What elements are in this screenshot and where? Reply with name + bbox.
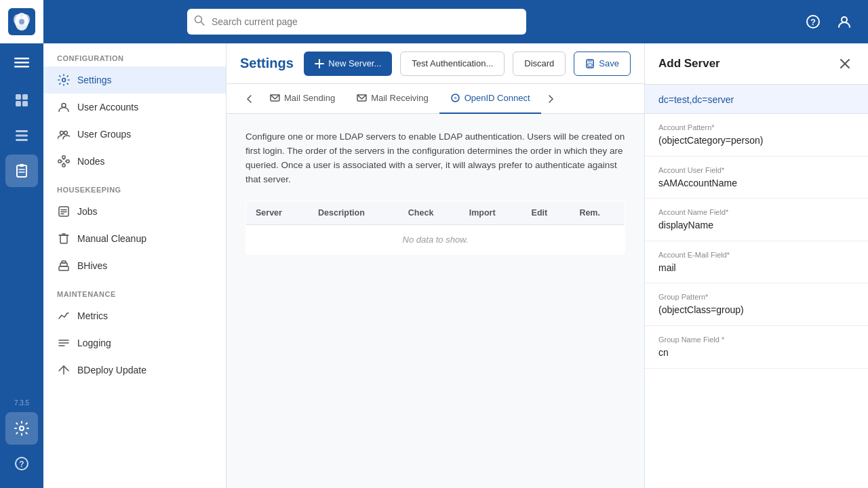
svg-rect-9 bbox=[22, 94, 28, 100]
field-account-name-value: displayName bbox=[658, 219, 854, 232]
page-title: Settings bbox=[240, 56, 296, 71]
sidebar-section-configuration: Configuration bbox=[43, 43, 226, 66]
sidebar-item-jobs[interactable]: Jobs bbox=[43, 198, 226, 225]
save-button[interactable]: Save bbox=[574, 52, 631, 76]
field-account-pattern-value: (objectCategory=person) bbox=[658, 134, 854, 148]
col-edit: Edit bbox=[522, 201, 570, 224]
sidebar-item-manual-cleanup[interactable]: Manual Cleanup bbox=[43, 225, 226, 252]
field-account-email-label: Account E-Mail Field* bbox=[658, 251, 854, 259]
sidebar-item-logging-label: Logging bbox=[77, 338, 111, 348]
search-input[interactable] bbox=[187, 9, 526, 35]
field-account-name-label: Account Name Field* bbox=[658, 208, 854, 216]
sidebar-item-metrics[interactable]: Metrics bbox=[43, 302, 226, 329]
cleanup-icon bbox=[57, 232, 71, 245]
tab-nav-prev[interactable] bbox=[240, 89, 259, 108]
sidebar: Configuration Settings User Accounts Use… bbox=[43, 43, 226, 488]
svg-rect-33 bbox=[66, 160, 69, 163]
svg-rect-32 bbox=[62, 156, 65, 159]
field-group-name-value: cn bbox=[658, 346, 854, 360]
discard-label: Discard bbox=[524, 58, 554, 68]
test-auth-label: Test Authentication... bbox=[412, 58, 493, 68]
svg-rect-56 bbox=[588, 64, 592, 66]
sidebar-section-maintenance: Maintenance bbox=[43, 279, 226, 302]
tab-mail-sending-label: Mail Sending bbox=[284, 93, 335, 103]
user-accounts-icon bbox=[57, 100, 71, 114]
search-icon bbox=[194, 15, 205, 28]
sidebar-item-nodes[interactable]: Nodes bbox=[43, 148, 226, 175]
field-group-pattern-value: (objectClass=group) bbox=[658, 304, 854, 317]
help-button[interactable]: ? bbox=[800, 9, 826, 35]
col-import: Import bbox=[460, 201, 522, 224]
test-auth-button[interactable]: Test Authentication... bbox=[400, 52, 505, 76]
nav-item-clipboard[interactable] bbox=[5, 155, 38, 187]
tab-mail-receiving[interactable]: Mail Receiving bbox=[346, 84, 439, 114]
sidebar-item-user-accounts-label: User Accounts bbox=[77, 102, 138, 113]
settings-header: Settings New Server... Test Authenticati… bbox=[226, 43, 644, 84]
field-account-user-value: sAMAccountName bbox=[658, 177, 854, 190]
field-account-email-field: Account E-Mail Field* mail bbox=[645, 241, 868, 284]
update-icon bbox=[57, 363, 71, 377]
panel-description: Configure one or more LDAP servers to en… bbox=[245, 130, 625, 187]
icon-bar-bottom: 7.3.5 ? bbox=[5, 399, 38, 488]
no-data-text: No data to show. bbox=[246, 224, 625, 254]
field-server-url: dc=test,dc=server bbox=[645, 85, 868, 114]
topbar: ? bbox=[43, 0, 868, 43]
sidebar-item-user-accounts[interactable]: User Accounts bbox=[43, 94, 226, 121]
sidebar-item-bdeploy-update-label: BDeploy Update bbox=[77, 365, 146, 375]
version-label: 7.3.5 bbox=[14, 399, 29, 407]
icon-bar: 7.3.5 ? bbox=[0, 0, 43, 488]
field-group-pattern: Group Pattern* (objectClass=group) bbox=[645, 283, 868, 326]
col-description: Description bbox=[309, 201, 399, 224]
main-panel: Settings New Server... Test Authenticati… bbox=[226, 43, 644, 488]
logging-icon bbox=[57, 336, 71, 350]
sidebar-item-settings[interactable]: Settings bbox=[43, 66, 226, 94]
discard-button[interactable]: Discard bbox=[513, 52, 566, 76]
svg-point-29 bbox=[60, 131, 64, 135]
sidebar-item-manual-cleanup-label: Manual Cleanup bbox=[77, 233, 146, 244]
user-button[interactable] bbox=[831, 9, 857, 35]
tab-nav-next[interactable] bbox=[541, 89, 560, 108]
field-account-email-value: mail bbox=[658, 262, 854, 275]
help-bottom-button[interactable]: ? bbox=[5, 447, 38, 480]
user-groups-icon bbox=[57, 127, 71, 141]
svg-rect-8 bbox=[16, 94, 21, 100]
field-group-name-label: Group Name Field * bbox=[658, 336, 854, 344]
field-account-name-field: Account Name Field* displayName bbox=[645, 199, 868, 241]
close-panel-button[interactable] bbox=[835, 54, 854, 73]
sidebar-item-bdeploy-update[interactable]: BDeploy Update bbox=[43, 357, 226, 384]
nav-item-list[interactable] bbox=[5, 119, 38, 152]
svg-rect-12 bbox=[16, 130, 28, 132]
add-server-body: dc=test,dc=server Account Pattern* (obje… bbox=[645, 85, 868, 488]
nav-item-grid[interactable] bbox=[5, 84, 38, 117]
sidebar-item-bhives-label: BHives bbox=[77, 260, 107, 271]
svg-rect-7 bbox=[14, 66, 29, 68]
sidebar-item-user-groups[interactable]: User Groups bbox=[43, 121, 226, 148]
topbar-right: ? bbox=[800, 9, 857, 35]
tab-mail-sending[interactable]: Mail Sending bbox=[259, 84, 346, 114]
svg-rect-55 bbox=[588, 60, 592, 62]
field-account-pattern: Account Pattern* (objectCategory=person) bbox=[645, 114, 868, 157]
field-account-pattern-label: Account Pattern* bbox=[658, 123, 854, 131]
svg-rect-16 bbox=[20, 164, 24, 167]
icon-bar-nav bbox=[5, 84, 38, 399]
hamburger-menu-button[interactable] bbox=[0, 46, 43, 79]
save-label: Save bbox=[599, 58, 619, 68]
svg-rect-5 bbox=[14, 58, 29, 60]
sidebar-item-bhives[interactable]: BHives bbox=[43, 252, 226, 279]
tabs-bar: Mail Sending Mail Receiving OpenID Conne… bbox=[226, 84, 644, 114]
field-account-user-label: Account User Field* bbox=[658, 166, 854, 174]
sidebar-item-settings-label: Settings bbox=[77, 75, 112, 85]
nodes-icon bbox=[57, 155, 71, 168]
tab-openid-connect[interactable]: OpenID Connect bbox=[439, 84, 541, 114]
svg-rect-45 bbox=[59, 266, 68, 270]
col-server: Server bbox=[246, 201, 309, 224]
sidebar-section-housekeeping: Housekeeping bbox=[43, 175, 226, 198]
new-server-button[interactable]: New Server... bbox=[304, 52, 392, 76]
field-group-name-field: Group Name Field * cn bbox=[645, 326, 868, 369]
svg-point-26 bbox=[842, 17, 847, 22]
svg-rect-34 bbox=[62, 164, 65, 167]
settings-bottom-button[interactable] bbox=[5, 412, 38, 445]
svg-rect-11 bbox=[22, 101, 28, 106]
sidebar-item-logging[interactable]: Logging bbox=[43, 329, 226, 357]
svg-point-19 bbox=[20, 426, 24, 430]
